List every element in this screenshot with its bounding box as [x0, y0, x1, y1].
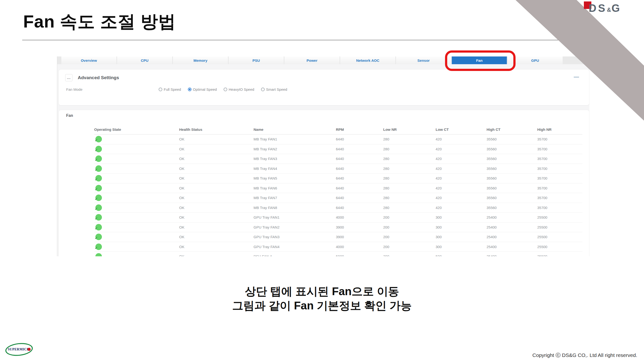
- radio-label: Smart Speed: [266, 87, 287, 91]
- ellipsis-icon[interactable]: ...: [65, 74, 72, 81]
- cell-high-nr: 35700: [537, 176, 582, 180]
- operating-state-cell: [94, 164, 179, 174]
- tab-overview[interactable]: Overview: [61, 56, 116, 64]
- tab-power[interactable]: Power: [284, 56, 340, 64]
- operating-state-cell: [94, 154, 179, 164]
- cell-health-status: OK: [179, 245, 254, 249]
- table-row-mb-tray-fan5: OKMB Tray FAN564402804203556035700: [94, 174, 582, 183]
- cell-rpm: 6440: [336, 137, 383, 141]
- tab-label: Overview: [81, 58, 97, 62]
- radio-full-speed[interactable]: Full Speed: [159, 87, 181, 91]
- column-header-high-nr: High NR: [537, 127, 582, 131]
- radio-circle-icon[interactable]: [188, 88, 192, 91]
- cell-health-status: OK: [179, 254, 254, 256]
- cell-low-ct: 300: [436, 225, 486, 229]
- cell-high-nr: 35700: [537, 167, 582, 171]
- slide-note: 상단 탭에 표시된 Fan으로 이동 그림과 같이 Fan 기본정보 확인 가능: [0, 284, 644, 313]
- cell-low-ct: 420: [436, 206, 486, 210]
- column-header-health-status: Health Status: [179, 127, 254, 131]
- cell-rpm: 6440: [336, 176, 383, 180]
- dsg-logo: DS&G: [584, 1, 634, 15]
- cell-name: MB Tray FAN4: [254, 167, 336, 171]
- column-header-name: Name: [254, 127, 336, 131]
- green-check-icon: [96, 234, 102, 240]
- cell-low-ct: 300: [436, 215, 486, 219]
- cell-rpm: 6440: [336, 196, 383, 200]
- cell-high-ct: 35560: [486, 137, 537, 141]
- cell-high-ct: 35560: [486, 186, 537, 190]
- operating-state-cell: [94, 242, 179, 252]
- tab-network-aoc[interactable]: Network AOC: [340, 56, 395, 64]
- fan-mode-radio-group: Full SpeedOptimal SpeedHeavyIO SpeedSmar…: [159, 87, 287, 91]
- green-check-icon: [96, 253, 102, 256]
- radio-label: Optimal Speed: [193, 87, 217, 91]
- green-check-icon: [96, 165, 102, 172]
- table-row-mb-tray-fan3: OKMB Tray FAN364402804203556035700: [94, 154, 582, 164]
- operating-state-cell: [94, 144, 179, 154]
- cell-low-nr: 200: [383, 225, 436, 229]
- green-check-icon: [96, 175, 102, 181]
- tab-label: PSU: [252, 58, 260, 62]
- radio-circle-icon[interactable]: [159, 88, 162, 91]
- radio-circle-icon[interactable]: [224, 88, 227, 91]
- column-header-low-nr: Low NR: [383, 127, 436, 131]
- cell-health-status: OK: [179, 147, 254, 151]
- radio-optimal-speed[interactable]: Optimal Speed: [188, 87, 217, 91]
- cell-low-nr: 280: [383, 176, 436, 180]
- cell-high-ct: 25400: [486, 235, 537, 239]
- cell-health-status: OK: [179, 137, 254, 141]
- tab-label: CPU: [141, 58, 148, 62]
- cell-name: MB Tray FAN1: [254, 137, 336, 141]
- cell-health-status: OK: [179, 157, 254, 161]
- tab-sensor[interactable]: Sensor: [396, 56, 451, 64]
- radio-circle-icon[interactable]: [261, 88, 265, 91]
- tab-gpu[interactable]: GPU: [508, 56, 562, 64]
- cell-rpm: 5900: [336, 254, 383, 256]
- supermicro-logo-text: SUPERMICR: [8, 348, 29, 351]
- cell-low-ct: 300: [436, 245, 486, 249]
- cell-name: GPU Tray FAN1: [254, 215, 336, 219]
- tab-memory[interactable]: Memory: [173, 56, 228, 64]
- cell-health-status: OK: [179, 196, 254, 200]
- cell-rpm: 3900: [336, 235, 383, 239]
- green-check-icon: [96, 136, 102, 142]
- note-line-2: 그림과 같이 Fan 기본정보 확인 가능: [0, 299, 644, 313]
- cell-rpm: 4000: [336, 215, 383, 219]
- cell-low-ct: 420: [436, 137, 486, 141]
- operating-state-cell: [94, 193, 179, 203]
- cell-rpm: 6440: [336, 157, 383, 161]
- fan-table: Operating StateHealth StatusNameRPMLow N…: [94, 124, 582, 256]
- tab-label: Sensor: [418, 58, 430, 62]
- collapse-panel-button[interactable]: [574, 77, 579, 77]
- slide: Fan 속도 조절 방법 DS&G OverviewCPUMemoryPSUPo…: [0, 0, 644, 362]
- radio-smart-speed[interactable]: Smart Speed: [261, 87, 287, 91]
- cell-low-nr: 280: [383, 196, 436, 200]
- table-row-mb-tray-fan8: OKMB Tray FAN864402804203556035700: [94, 203, 582, 213]
- cell-high-nr: 25500: [537, 225, 582, 229]
- table-row-psu-fan-a: OKPSU FAN A59003005002540025500: [94, 252, 582, 256]
- cell-low-ct: 500: [436, 254, 486, 256]
- supermicro-red-dot-icon: [28, 348, 31, 351]
- cell-high-ct: 25400: [486, 215, 537, 219]
- tab-cpu[interactable]: CPU: [117, 56, 172, 64]
- green-check-icon: [96, 146, 102, 152]
- cell-high-nr: 35700: [537, 196, 582, 200]
- radio-label: HeavyIO Speed: [229, 87, 254, 91]
- cell-health-status: OK: [179, 215, 254, 219]
- cell-low-ct: 420: [436, 147, 486, 151]
- tab-psu[interactable]: PSU: [229, 56, 284, 64]
- operating-state-cell: [94, 223, 179, 232]
- cell-health-status: OK: [179, 206, 254, 210]
- radio-heavyio-speed[interactable]: HeavyIO Speed: [224, 87, 254, 91]
- cell-name: MB Tray FAN5: [254, 176, 336, 180]
- cell-high-ct: 35560: [486, 206, 537, 210]
- advanced-settings-header: ... Advanced Settings: [65, 74, 119, 81]
- fan-panel: Fan Operating StateHealth StatusNameRPML…: [58, 110, 590, 256]
- cell-rpm: 3900: [336, 225, 383, 229]
- cell-low-nr: 280: [383, 186, 436, 190]
- green-check-icon: [96, 185, 102, 191]
- cell-health-status: OK: [179, 176, 254, 180]
- dsg-logo-text: DS: [589, 2, 607, 14]
- cell-name: MB Tray FAN2: [254, 147, 336, 151]
- green-check-icon: [96, 224, 102, 231]
